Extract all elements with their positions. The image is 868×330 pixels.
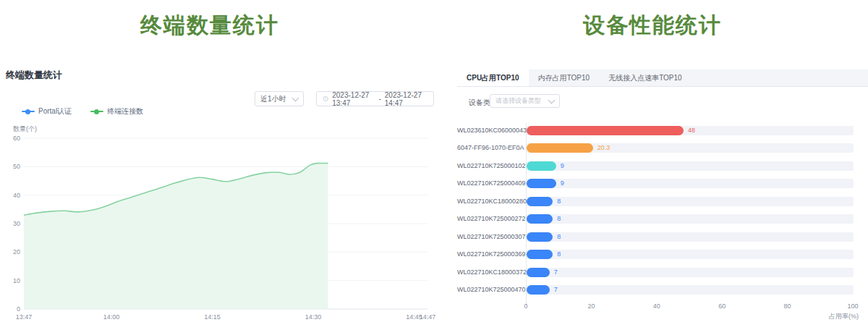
bar-track: 48	[527, 126, 854, 135]
legend-label: 终端连接数	[107, 106, 143, 117]
bar-track: 8	[527, 250, 854, 259]
y-tick: 60	[13, 135, 20, 142]
chevron-down-icon	[548, 96, 556, 103]
y-tick: 0	[17, 305, 20, 313]
device-type-placeholder: 请选择设备类型	[495, 96, 541, 106]
bar-value: 8	[557, 232, 561, 242]
top10-tabbar: CPU占用TOP10 内存占用TOP10 无线接入点速率TOP10	[457, 69, 868, 87]
x-tick: 100	[847, 302, 858, 310]
y-tick: 50	[13, 163, 20, 170]
date-separator: -	[378, 95, 380, 103]
tab-wireless-ap-rate-top10[interactable]: 无线接入点速率TOP10	[599, 69, 692, 86]
tab-cpu-top10[interactable]: CPU占用TOP10	[457, 69, 529, 86]
bar-row: WL022710K7250004707	[457, 285, 868, 295]
x-tick: 14:00	[103, 313, 120, 321]
bar	[527, 161, 556, 171]
device-performance-panel: 设备性能统计 CPU占用TOP10 内存占用TOP10 无线接入点速率TOP10…	[457, 0, 868, 330]
x-tick: 14:47	[420, 313, 436, 321]
x-tick: 0	[524, 302, 527, 310]
clock-icon	[323, 95, 328, 103]
bar-track: 8	[527, 197, 854, 206]
device-label: WL022710K725000307	[457, 232, 521, 242]
bar-value: 9	[561, 179, 564, 188]
bar-row: WL022710K7250003078	[457, 232, 868, 242]
date-start: 2023-12-27 13:47	[332, 91, 375, 107]
bar-row: WL022710K7250003698	[457, 250, 868, 259]
time-range-value: 近1小时	[260, 94, 286, 104]
bar-track: 9	[527, 179, 854, 188]
bar-track: 20.3	[527, 143, 854, 153]
y-tick: 20	[13, 248, 20, 255]
bar-value: 7	[554, 285, 558, 295]
bar-row: 6047-FF96-1070-EF0A20.3	[457, 143, 868, 153]
time-range-select[interactable]: 近1小时	[255, 91, 304, 106]
bar-row: WL022710K7250001029	[457, 161, 868, 171]
bar	[527, 214, 553, 224]
bar	[527, 197, 553, 206]
bar-value: 8	[557, 250, 561, 259]
bar-row: WL023610KC0600004348	[457, 126, 868, 135]
bar-value: 8	[557, 197, 561, 206]
bar-value: 8	[557, 214, 561, 224]
bar-value: 7	[554, 268, 558, 277]
x-tick: 80	[784, 302, 791, 310]
x-tick: 20	[587, 302, 595, 310]
legend-item-terminal[interactable]: 终端连接数	[90, 106, 143, 117]
x-tick: 13:47	[16, 313, 33, 321]
terminal-line-chart: 010203040506013:4714:0014:1514:3014:4514…	[0, 123, 441, 330]
bar	[527, 285, 550, 295]
legend-label: Portal认证	[38, 106, 72, 117]
cpu-top10-bar-chart: 占用率(%) WL023610KC06000043486047-FF96-107…	[457, 122, 868, 330]
bar	[527, 232, 553, 242]
dashboard: 终端数量统计 终端数量统计 近1小时 2023-12-27 13:47 - 20…	[0, 0, 868, 330]
x-tick: 60	[718, 302, 726, 310]
x-tick: 40	[653, 302, 660, 310]
device-label: WL022710KC18000280	[457, 197, 521, 206]
bar-track: 8	[527, 214, 854, 224]
bar-row: WL022710KC180002808	[457, 197, 868, 206]
bar-row: WL022710K7250004099	[457, 179, 868, 188]
y-tick: 30	[13, 220, 20, 227]
bar-track: 9	[527, 161, 854, 171]
terminal-count-heading: 终端数量统计	[0, 11, 420, 41]
legend-marker-green-icon	[90, 111, 103, 112]
x-axis-label: 占用率(%)	[815, 312, 859, 321]
area-fill	[24, 163, 328, 309]
date-range-picker[interactable]: 2023-12-27 13:47 - 2023-12-27 14:47	[316, 91, 434, 106]
bar-value: 9	[561, 161, 564, 171]
bar	[527, 250, 553, 259]
device-label: 6047-FF96-1070-EF0A	[457, 143, 521, 153]
bar-value: 20.3	[597, 143, 610, 153]
bar	[527, 126, 684, 135]
device-performance-heading: 设备性能统计	[457, 11, 848, 41]
bar	[527, 179, 556, 188]
device-label: WL022710K725000470	[457, 285, 521, 295]
bar	[527, 268, 550, 277]
device-label: WL022710KC18000372	[457, 268, 521, 277]
bar-value: 48	[688, 126, 695, 135]
bar-track: 8	[527, 232, 854, 242]
terminal-count-title: 终端数量统计	[6, 69, 62, 82]
x-tick: 14:30	[305, 313, 322, 321]
device-label: WL022710K725000102	[457, 161, 521, 171]
bar	[527, 143, 593, 153]
bar-row: WL022710K7250002728	[457, 214, 868, 224]
tab-memory-top10[interactable]: 内存占用TOP10	[529, 69, 600, 86]
device-label: WL022710K725000409	[457, 179, 521, 188]
legend: Portal认证 终端连接数	[22, 106, 143, 117]
date-end: 2023-12-27 14:47	[385, 91, 427, 107]
bar-track: 7	[527, 268, 854, 277]
device-label: WL023610KC06000043	[457, 126, 521, 135]
bar-row: WL022710KC180003727	[457, 268, 868, 277]
legend-marker-blue-icon	[22, 111, 35, 112]
x-tick: 14:15	[204, 313, 221, 321]
terminal-count-panel: 终端数量统计 终端数量统计 近1小时 2023-12-27 13:47 - 20…	[0, 0, 441, 330]
y-tick: 40	[13, 192, 20, 199]
legend-item-portal[interactable]: Portal认证	[22, 106, 72, 117]
chevron-down-icon	[292, 94, 299, 101]
device-type-select[interactable]: 请选择设备类型	[490, 94, 560, 108]
device-label: WL022710K725000272	[457, 214, 521, 224]
device-label: WL022710K725000369	[457, 250, 521, 259]
y-tick: 10	[13, 277, 20, 284]
bar-track: 7	[527, 285, 854, 295]
